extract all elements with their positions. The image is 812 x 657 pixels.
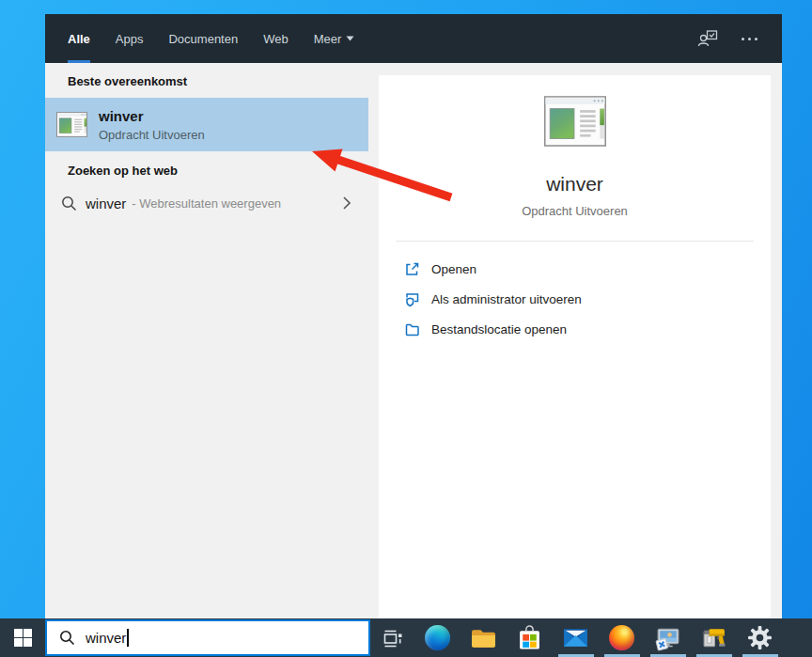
winver-window-icon — [56, 112, 87, 137]
feedback-account-icon[interactable] — [697, 30, 719, 47]
best-match-result[interactable]: winver Opdracht Uitvoeren — [45, 98, 368, 151]
taskbar: winver — [0, 618, 812, 657]
best-match-text: winver Opdracht Uitvoeren — [99, 108, 205, 142]
action-run-as-admin[interactable]: Als administrator uitvoeren — [379, 284, 771, 314]
taskbar-app-firefox[interactable] — [599, 618, 645, 657]
web-search-header: Zoeken op het web — [68, 164, 178, 178]
search-filter-bar: Alle Apps Documenten Web Meer — [45, 14, 782, 63]
tab-apps[interactable]: Apps — [116, 14, 144, 63]
action-open-file-location-label: Bestandslocatie openen — [431, 322, 567, 336]
action-open[interactable]: Openen — [379, 254, 771, 284]
action-open-label: Openen — [431, 262, 476, 276]
taskbar-app-edge[interactable] — [414, 618, 461, 657]
task-view-icon — [383, 628, 403, 649]
preview-app-subtitle: Opdracht Uitvoeren — [522, 204, 628, 218]
tab-documenten[interactable]: Documenten — [168, 14, 238, 63]
action-list: Openen Als administrator uitvoeren — [379, 254, 771, 344]
run-as-admin-icon — [404, 291, 420, 307]
best-match-subtitle: Opdracht Uitvoeren — [99, 128, 205, 142]
taskbar-search-input[interactable]: winver — [45, 619, 370, 656]
taskbar-app-remote[interactable] — [645, 618, 691, 657]
taskbar-app-settings[interactable] — [737, 618, 783, 657]
microsoft-store-icon — [518, 625, 541, 650]
tab-meer[interactable]: Meer — [314, 14, 355, 63]
task-view-button[interactable] — [370, 618, 414, 657]
chevron-down-icon — [346, 36, 354, 41]
text-caret — [127, 629, 129, 647]
edge-icon — [425, 625, 450, 650]
open-icon — [404, 261, 420, 277]
mail-icon — [563, 628, 588, 648]
windows-logo-icon — [14, 629, 32, 647]
search-icon — [59, 630, 75, 646]
web-result-description: - Webresultaten weergeven — [132, 196, 281, 211]
taskbar-app-installer-tool[interactable] — [691, 618, 737, 657]
tab-alle-label: Alle — [68, 32, 90, 46]
preview-app-title: winver — [546, 173, 603, 196]
settings-gear-icon — [747, 625, 773, 650]
divider — [396, 241, 754, 242]
winver-window-icon — [544, 96, 606, 147]
tab-web[interactable]: Web — [263, 14, 289, 63]
search-icon — [61, 196, 77, 211]
search-results-area: Beste overeenkomst — [45, 63, 782, 618]
preview-panel: winver Opdracht Uitvoeren Openen — [379, 75, 771, 618]
more-options-icon[interactable] — [742, 38, 757, 40]
remote-app-icon — [655, 625, 681, 651]
taskbar-app-mail[interactable] — [553, 618, 599, 657]
tab-documenten-label: Documenten — [168, 32, 238, 46]
open-file-location-icon — [404, 321, 420, 337]
action-open-file-location[interactable]: Bestandslocatie openen — [379, 314, 771, 344]
chevron-right-icon[interactable] — [342, 196, 351, 214]
best-match-title: winver — [99, 108, 205, 125]
file-explorer-icon — [471, 628, 496, 649]
start-button[interactable] — [0, 618, 45, 657]
header-right-icons — [697, 30, 757, 47]
web-result-query: winver — [86, 196, 126, 211]
tab-web-label: Web — [263, 32, 289, 46]
tab-meer-label: Meer — [314, 32, 342, 46]
search-input-value: winver — [86, 630, 126, 646]
taskbar-app-file-explorer[interactable] — [461, 618, 507, 657]
best-match-header: Beste overeenkomst — [68, 74, 187, 88]
tab-apps-label: Apps — [116, 32, 144, 46]
web-search-result[interactable]: winver - Webresultaten weergeven — [45, 186, 368, 220]
tab-alle[interactable]: Alle — [68, 14, 90, 63]
desktop-background: Alle Apps Documenten Web Meer — [0, 0, 812, 657]
firefox-icon — [609, 625, 634, 650]
taskbar-app-microsoft-store[interactable] — [507, 618, 553, 657]
action-run-as-admin-label: Als administrator uitvoeren — [431, 292, 582, 306]
installer-tool-icon — [701, 625, 727, 651]
windows-search-flyout: Alle Apps Documenten Web Meer — [45, 14, 782, 618]
